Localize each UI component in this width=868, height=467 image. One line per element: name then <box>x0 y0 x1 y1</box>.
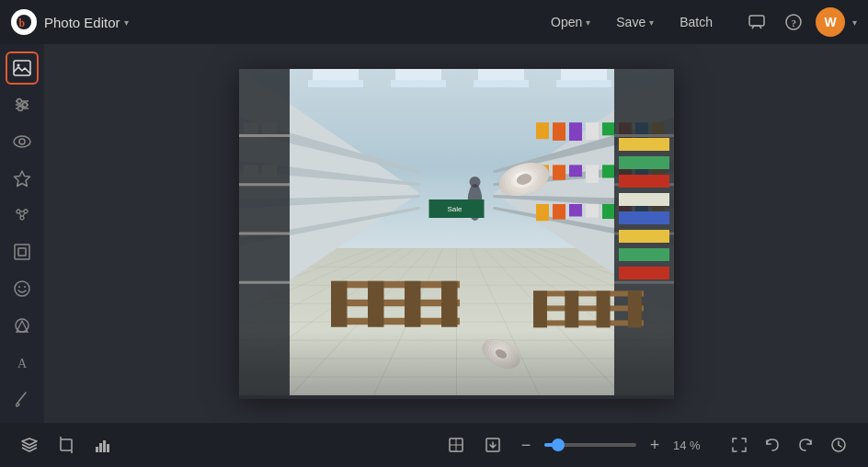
photo-image <box>239 69 674 395</box>
photo-canvas <box>239 69 674 399</box>
brand-logo[interactable]: b <box>11 9 37 35</box>
svg-text:?: ? <box>792 17 797 28</box>
svg-rect-30 <box>61 439 72 450</box>
zoom-controls: − + 14 % <box>515 434 706 456</box>
svg-point-25 <box>18 286 20 288</box>
svg-rect-36 <box>107 444 109 452</box>
svg-rect-2 <box>749 16 764 26</box>
svg-point-11 <box>23 103 28 108</box>
svg-line-20 <box>19 213 21 217</box>
svg-rect-35 <box>103 440 106 452</box>
svg-text:b: b <box>19 17 26 29</box>
sidebar-item-text[interactable]: A <box>6 346 39 379</box>
user-avatar[interactable]: W <box>816 7 845 37</box>
svg-text:A: A <box>17 357 28 370</box>
svg-rect-5 <box>14 61 30 75</box>
undo-button[interactable] <box>758 430 787 460</box>
svg-point-6 <box>17 64 20 67</box>
sidebar-item-preview[interactable] <box>6 125 39 158</box>
sidebar-item-adjustments[interactable] <box>6 88 39 121</box>
zoom-slider-thumb[interactable] <box>552 439 565 451</box>
sidebar-item-favorites[interactable] <box>6 162 39 195</box>
layers-button[interactable] <box>15 430 44 460</box>
svg-point-10 <box>17 99 22 104</box>
export-button[interactable] <box>478 430 508 460</box>
topbar-right: ? W ▾ <box>742 7 857 37</box>
svg-point-14 <box>19 139 25 144</box>
zoom-slider[interactable] <box>544 443 636 447</box>
open-button[interactable]: Open ▾ <box>540 9 601 35</box>
help-button[interactable]: ? <box>779 7 808 37</box>
sidebar-item-brush[interactable] <box>6 382 39 416</box>
svg-rect-33 <box>96 447 98 452</box>
canvas-area <box>44 44 868 423</box>
save-button[interactable]: Save ▾ <box>605 9 665 35</box>
bottom-right-icons <box>725 430 853 460</box>
svg-point-26 <box>24 286 26 288</box>
crop-button[interactable] <box>51 430 81 460</box>
svg-point-24 <box>15 281 29 296</box>
svg-point-12 <box>18 107 23 111</box>
zoom-minus-button[interactable]: − <box>515 434 537 456</box>
sidebar-item-effects[interactable] <box>6 199 39 232</box>
sidebar-item-image[interactable] <box>6 51 39 85</box>
topbar: b Photo Editor ▾ Open ▾ Save ▾ Batch <box>0 0 868 44</box>
sidebar-item-shapes[interactable] <box>6 309 39 342</box>
history-button[interactable] <box>824 430 853 460</box>
svg-point-18 <box>20 216 24 220</box>
histogram-button[interactable] <box>88 430 118 460</box>
svg-marker-15 <box>15 171 30 187</box>
fit-button[interactable] <box>725 430 754 460</box>
bottombar: − + 14 % <box>0 423 868 467</box>
main-area: A <box>0 44 868 423</box>
svg-line-29 <box>18 393 26 402</box>
sidebar-item-frame[interactable] <box>6 235 39 268</box>
redo-button[interactable] <box>791 430 820 460</box>
svg-point-13 <box>14 136 30 147</box>
app-title-chevron: ▾ <box>124 17 129 28</box>
zoom-percent: 14 % <box>673 439 706 452</box>
chat-button[interactable] <box>742 7 771 37</box>
batch-button[interactable]: Batch <box>668 9 724 35</box>
svg-rect-23 <box>18 248 26 256</box>
app-title-button[interactable]: Photo Editor ▾ <box>44 15 129 30</box>
topbar-nav: Open ▾ Save ▾ Batch <box>540 9 724 35</box>
zoom-plus-button[interactable]: + <box>644 434 666 456</box>
sidebar-item-stickers[interactable] <box>6 272 39 305</box>
user-chevron[interactable]: ▾ <box>852 17 857 28</box>
svg-rect-34 <box>99 443 102 452</box>
sidebar: A <box>0 44 44 423</box>
app-title: Photo Editor <box>44 15 120 30</box>
svg-rect-22 <box>15 245 29 259</box>
svg-line-21 <box>23 213 25 217</box>
transform-button[interactable] <box>441 430 471 460</box>
